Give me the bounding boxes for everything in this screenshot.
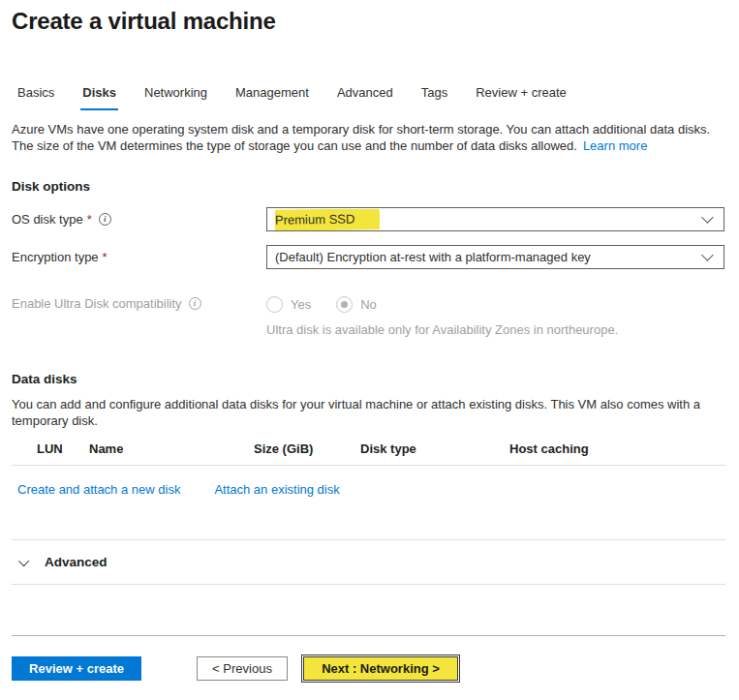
column-header-host-caching: Host caching [509, 441, 725, 456]
review-create-button[interactable]: Review + create [12, 656, 141, 681]
ultra-disk-control: Yes No Ultra disk is available only for … [266, 296, 618, 337]
tab-basics[interactable]: Basics [15, 85, 56, 110]
previous-button[interactable]: < Previous [197, 656, 288, 681]
chevron-down-icon [701, 211, 714, 224]
os-disk-type-label: OS disk type [12, 212, 83, 227]
info-icon[interactable]: i [99, 213, 111, 226]
disk-options-heading: Disk options [12, 179, 725, 194]
chevron-down-icon [18, 555, 29, 565]
attach-existing-disk-link[interactable]: Attach an existing disk [214, 482, 339, 497]
required-asterisk: * [103, 250, 108, 264]
column-header-disk-type: Disk type [360, 441, 509, 456]
ultra-disk-radio-group: Yes No [266, 296, 618, 313]
os-disk-type-row: OS disk type * i Premium SSD [12, 207, 725, 231]
required-asterisk: * [87, 212, 92, 227]
encryption-type-row: Encryption type * (Default) Encryption a… [12, 245, 725, 269]
encryption-type-value: (Default) Encryption at-rest with a plat… [275, 250, 591, 264]
page-title: Create a virtual machine [12, 8, 725, 35]
radio-option-no[interactable]: No [336, 296, 377, 313]
next-networking-button[interactable]: Next : Networking > [303, 656, 458, 681]
encryption-type-select[interactable]: (Default) Encryption at-rest with a plat… [266, 245, 724, 269]
advanced-expander-label: Advanced [45, 555, 108, 569]
radio-unchecked-icon [266, 296, 283, 313]
advanced-expander[interactable]: Advanced [12, 540, 725, 585]
wizard-tabs: Basics Disks Networking Management Advan… [15, 85, 725, 110]
radio-checked-icon [336, 296, 353, 313]
data-disks-description: You can add and configure additional dat… [12, 396, 724, 429]
data-disk-actions: Create and attach a new disk Attach an e… [17, 482, 725, 497]
learn-more-link[interactable]: Learn more [583, 138, 647, 153]
tab-advanced[interactable]: Advanced [335, 85, 395, 110]
tab-tags[interactable]: Tags [419, 85, 449, 110]
tab-disks[interactable]: Disks [80, 85, 118, 110]
disks-intro-text: Azure VMs have one operating system disk… [12, 121, 725, 154]
ultra-disk-label: Enable Ultra Disk compatibility [12, 296, 182, 311]
tab-networking[interactable]: Networking [142, 85, 209, 110]
radio-no-label: No [360, 297, 377, 312]
ultra-disk-note: Ultra disk is available only for Availab… [266, 322, 618, 337]
data-disks-table-header: LUN Name Size (GiB) Disk type Host cachi… [12, 441, 725, 466]
chevron-down-icon [701, 249, 714, 261]
radio-yes-label: Yes [291, 297, 311, 312]
tab-management[interactable]: Management [233, 85, 311, 110]
tab-review-create[interactable]: Review + create [474, 85, 569, 110]
column-header-size: Size (GiB) [254, 441, 360, 456]
info-icon: i [189, 297, 201, 310]
create-attach-new-disk-link[interactable]: Create and attach a new disk [17, 482, 180, 497]
os-disk-type-label-group: OS disk type * i [12, 212, 266, 227]
create-vm-page: Create a virtual machine Basics Disks Ne… [0, 0, 739, 700]
column-header-name: Name [89, 441, 254, 456]
os-disk-type-select[interactable]: Premium SSD [266, 207, 724, 231]
footer-bar: Review + create < Previous Next : Networ… [12, 635, 725, 700]
ultra-disk-row: Enable Ultra Disk compatibility i Yes No… [12, 296, 725, 337]
os-disk-type-value-highlighted: Premium SSD [275, 209, 380, 230]
encryption-type-label: Encryption type [12, 250, 99, 264]
ultra-disk-label-group: Enable Ultra Disk compatibility i [12, 296, 266, 311]
radio-option-yes[interactable]: Yes [266, 296, 311, 313]
column-header-lun: LUN [12, 441, 89, 456]
data-disks-heading: Data disks [12, 372, 725, 386]
encryption-type-label-group: Encryption type * [12, 250, 266, 264]
